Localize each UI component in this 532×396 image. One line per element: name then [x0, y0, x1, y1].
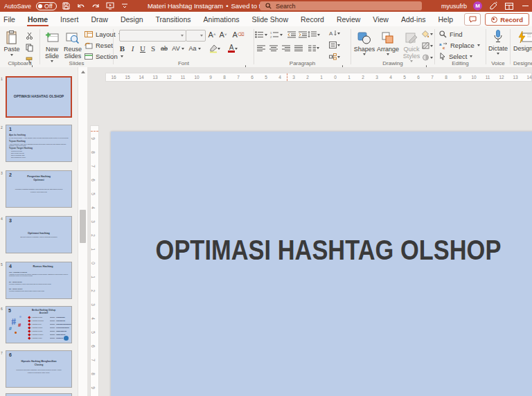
comments-button[interactable] [464, 13, 481, 26]
tab-animations[interactable]: Animations [197, 12, 246, 26]
designer-button[interactable]: Designer [513, 28, 532, 52]
tab-insert[interactable]: Insert [54, 12, 85, 26]
replace-button[interactable]: ac Replace [439, 42, 480, 49]
columns-button[interactable] [308, 43, 319, 53]
inking-pen-icon[interactable] [488, 1, 498, 11]
text-direction-button[interactable]: A [329, 28, 340, 38]
cut-button[interactable] [24, 30, 35, 40]
align-right-button[interactable] [281, 43, 292, 53]
numbering-button[interactable]: 12 [271, 30, 282, 39]
text-highlight-button[interactable] [208, 43, 222, 54]
ruler-number: 0 [91, 262, 96, 264]
justify-button[interactable] [293, 43, 304, 53]
new-slide-button[interactable]: New Slide [42, 29, 62, 62]
group-slides: New Slide Reuse Slides Layout Reset Se [40, 26, 113, 67]
slide-thumbnail-2[interactable]: 1 Apa itu hashtag Ini dari tanda pagar #… [6, 125, 72, 162]
shadow-button[interactable]: S [149, 43, 157, 54]
align-text-button[interactable] [329, 40, 340, 50]
tab-slide-show[interactable]: Slide Show [246, 12, 295, 26]
slide-thumbnail-7[interactable]: 6 Hipnotis Hashtag Menghasilkan Closing … [6, 350, 72, 388]
quick-styles-button[interactable]: Quick Styles [400, 29, 423, 62]
scroll-up-icon[interactable] [78, 67, 88, 77]
reset-button[interactable]: Reset [85, 42, 113, 49]
search-input[interactable]: Search [260, 1, 422, 10]
tab-transitions[interactable]: Transitions [150, 12, 197, 26]
undo-icon[interactable] [76, 1, 86, 11]
tab-file[interactable]: File [0, 12, 21, 26]
panel-number: 4 [1, 217, 5, 221]
copy-button[interactable] [24, 43, 35, 53]
strikethrough-button[interactable]: ab [159, 43, 170, 54]
slide-title-textbox[interactable]: OPTIMASI HASHTAG OLSHOP [152, 234, 506, 267]
avatar[interactable]: M [473, 1, 482, 10]
font-name-combobox[interactable] [119, 30, 186, 42]
grow-font-button[interactable]: A˄ [206, 29, 218, 40]
bullets-button[interactable] [256, 30, 267, 39]
shape-fill-button[interactable] [422, 29, 433, 39]
record-button[interactable]: Record [485, 13, 529, 26]
tab-help[interactable]: Help [432, 12, 460, 26]
change-case-button[interactable]: Aa [188, 43, 201, 54]
shapes-button[interactable]: Shapes [353, 29, 375, 55]
avatar-initial: M [475, 3, 480, 9]
start-presentation-icon[interactable] [105, 1, 115, 11]
tab-review[interactable]: Review [330, 12, 366, 26]
ruler-number: 8 [223, 75, 226, 80]
slide-thumbnail-1[interactable]: OPTIMASI HASHTAG OLSHOP [6, 76, 72, 118]
slide-canvas[interactable]: OPTIMASI HASHTAG OLSHOP [111, 132, 532, 396]
redo-icon[interactable] [91, 1, 100, 11]
customize-toolbar-icon[interactable] [120, 1, 130, 11]
slide-thumbnail-6[interactable]: 5 Berikut Hashtag Olshop Asosiatif # # #… [6, 306, 72, 343]
dictate-button[interactable]: Dictate [488, 28, 508, 55]
clear-formatting-button[interactable]: A⌫ [233, 29, 244, 40]
paste-button[interactable]: Paste [2, 29, 21, 56]
ribbon-display-options-icon[interactable] [504, 1, 514, 11]
character-spacing-button[interactable]: AV [172, 43, 184, 54]
group-font: A˄ A˅ A⌫ B I U S ab AV Aa A Font [114, 26, 254, 67]
paragraph-dialog-launcher[interactable] [342, 60, 348, 66]
reuse-slides-button[interactable]: Reuse Slides [62, 29, 83, 60]
ribbon-tab-row: File Home Insert Draw Design Transitions… [0, 12, 532, 27]
decrease-indent-button[interactable] [286, 30, 297, 39]
font-color-button[interactable]: A [226, 43, 240, 54]
tab-record[interactable]: Record [294, 12, 330, 26]
bold-button[interactable]: B [118, 43, 127, 54]
shrink-font-button[interactable]: A˅ [218, 29, 229, 40]
italic-button[interactable]: I [129, 43, 136, 54]
underline-button[interactable]: U [139, 43, 147, 54]
select-button[interactable]: Select [439, 53, 472, 60]
slide-thumbnail-3[interactable]: 2 Pengertian Hashtag Optimasi Memakai ha… [6, 170, 72, 208]
autosave-state: Off [44, 3, 53, 10]
reuse-slides-icon [66, 29, 80, 44]
slide-thumbnail-4[interactable]: 3 Optimasi hashtag Berikut Tutorial 5 ha… [6, 216, 72, 253]
arrange-button[interactable]: Arrange [377, 29, 399, 55]
username[interactable]: myusufrb [441, 3, 467, 10]
align-left-button[interactable] [256, 43, 267, 53]
voice-group-label: Voice [486, 60, 510, 66]
group-voice: Dictate Voice [486, 26, 510, 67]
font-size-combobox[interactable] [186, 30, 206, 42]
panel-scrollbar[interactable] [78, 67, 88, 396]
autosave-toggle[interactable]: Off [36, 2, 57, 10]
panel-number: 6 [1, 307, 5, 311]
font-dialog-launcher[interactable] [245, 60, 251, 66]
slide-thumbnail-5[interactable]: 4 Rumus Hashtag 3 B : Hashtag Keyword Ha… [6, 262, 72, 299]
editing-canvas[interactable]: 1615141312111098765432101234567891011121… [87, 67, 532, 396]
line-spacing-button[interactable] [308, 30, 319, 39]
align-center-button[interactable] [268, 43, 279, 53]
scrollbar-thumb[interactable] [80, 210, 86, 243]
find-button[interactable]: Find [439, 30, 462, 38]
shape-outline-button[interactable] [422, 41, 433, 51]
tab-view[interactable]: View [366, 12, 395, 26]
tab-draw[interactable]: Draw [85, 12, 114, 26]
increase-indent-button[interactable] [297, 30, 308, 39]
drawing-dialog-launcher[interactable] [426, 60, 432, 66]
tab-add-ins[interactable]: Add-ins [395, 12, 432, 26]
tab-home[interactable]: Home [21, 12, 54, 26]
slide-thumbnail-8[interactable] [6, 393, 72, 396]
save-icon[interactable] [62, 1, 71, 11]
svg-text:a: a [439, 42, 442, 46]
clipboard-dialog-launcher[interactable] [32, 60, 37, 66]
minimize-icon[interactable] [520, 1, 530, 11]
tab-design[interactable]: Design [114, 12, 150, 26]
